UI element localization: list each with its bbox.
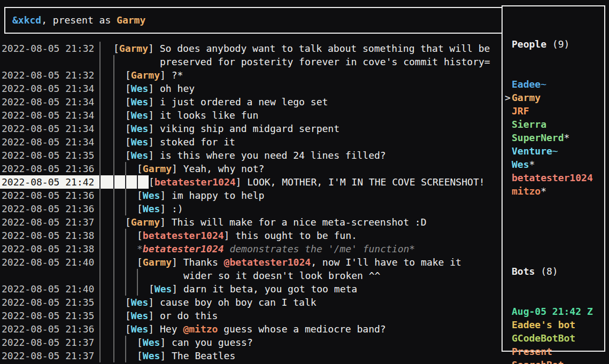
msg-text: [ [137, 163, 143, 174]
msg-text: ] :) [160, 203, 183, 214]
msg-text: [ [113, 43, 119, 54]
people-item[interactable]: mitzo* [503, 184, 604, 198]
timestamp: 2022-08-05 21:37 [0, 349, 99, 362]
timestamp: 2022-08-05 21:36 [0, 189, 99, 202]
thread-indent-line [113, 269, 125, 282]
nick: Wes [143, 350, 160, 361]
msg-text: ] Hey [148, 323, 183, 335]
msg-text: [ [125, 150, 131, 161]
people-item[interactable]: Sierra [503, 118, 604, 131]
msg-text: [ [137, 190, 143, 201]
thread-indent-line [113, 189, 125, 202]
nick: Garmy [143, 257, 172, 268]
bots-header-label: Bots [512, 265, 535, 278]
message: [Garmy] ?* [125, 68, 183, 82]
bot-item[interactable]: Aug-05 21:42 Z [503, 305, 604, 318]
timestamp: 2022-08-05 21:34 [0, 122, 99, 135]
member-suffix: * [529, 158, 535, 171]
message: [Wes] darn it beta, you got too meta [149, 282, 357, 296]
column-divider-line [99, 336, 113, 349]
prefix-space [505, 78, 512, 91]
timestamp: 2022-08-05 21:36 [0, 162, 99, 175]
bot-item[interactable]: Present [503, 345, 604, 358]
msg-text: , now I'll have to make it [311, 257, 461, 268]
thread-indent-line [125, 336, 137, 349]
member-suffix: ~ [541, 78, 546, 91]
people-count: (9) [546, 37, 569, 51]
msg-text: ] Yeah, why not? [172, 163, 264, 174]
message: [betatester1024] LOOK, MOTHER, I'M IN TH… [149, 175, 485, 189]
member-name: Eadee's bot [512, 318, 575, 331]
people-item[interactable]: >Garmy [503, 91, 604, 104]
people-header-label: People [512, 37, 546, 51]
msg-text: ] stoked for it [148, 136, 235, 148]
msg-text: wider so it doesn't look broken ^^ [183, 270, 380, 281]
nick: Wes [131, 110, 149, 121]
message: [Wes] stoked for it [125, 135, 235, 149]
thread-indent-line [113, 55, 125, 68]
msg-text: ] it looks like fun [148, 110, 258, 121]
msg-text: [ [137, 257, 143, 268]
message: [Wes] viking ship and midgard serpent [125, 122, 340, 135]
bots-count: (8) [535, 265, 558, 278]
column-divider-line [99, 149, 113, 162]
timestamp: 2022-08-05 21:34 [0, 109, 99, 122]
bot-item[interactable]: GCodeBotBot [503, 331, 604, 345]
nick: Wes [155, 283, 172, 295]
msg-text: ] darn it beta, you got too meta [172, 283, 357, 295]
member-name: Wes [512, 158, 529, 171]
thread-indent-line [113, 149, 125, 162]
title-separator-text: , present as [41, 14, 117, 26]
thread-indent-line [113, 349, 125, 362]
thread-indent-line [125, 202, 137, 215]
bot-item[interactable]: SearchBot [503, 358, 604, 364]
column-divider-line [99, 82, 113, 95]
nick: Wes [131, 310, 149, 321]
msg-text: [ [137, 230, 143, 241]
nick: Garmy [119, 43, 148, 54]
people-list: Eadee~>GarmyJRFSierraSuperNerd*Venture~W… [503, 78, 604, 198]
column-divider-line [99, 189, 113, 202]
thread-indent-line [113, 296, 125, 309]
msg-text: ] can you guess? [160, 337, 252, 348]
msg-text: ] cause boy oh boy can I talk [148, 297, 316, 308]
thread-indent-line [113, 122, 125, 135]
member-suffix: ~ [552, 144, 558, 158]
thread-indent-line [137, 175, 149, 189]
timestamp: 2022-08-05 21:35 [0, 309, 99, 322]
thread-indent-line [125, 162, 137, 175]
member-name: Aug-05 21:42 Z [512, 305, 593, 318]
thread-indent-line [113, 242, 125, 255]
msg-text: ] is this where you need 24 lines filled… [148, 150, 386, 161]
chat-app-window: &xkcd, present as Garmy 2022-08-05 21:32… [0, 0, 609, 364]
member-name: betatester1024 [512, 171, 593, 184]
message: [Wes] cause boy oh boy can I talk [125, 296, 317, 309]
nick: Wes [131, 150, 149, 161]
thread-indent-line [137, 282, 149, 296]
bot-item[interactable]: Eadee's bot [503, 318, 604, 331]
thread-indent-line [113, 309, 125, 322]
people-item[interactable]: Venture~ [503, 144, 604, 158]
msg-text: [ [137, 203, 143, 214]
people-item[interactable]: JRF [503, 104, 604, 118]
member-sidebar: People (9) Eadee~>GarmyJRFSierraSuperNer… [502, 5, 605, 352]
people-item[interactable]: Eadee~ [503, 78, 604, 91]
timestamp: 2022-08-05 21:38 [0, 242, 99, 255]
thread-indent-line [113, 109, 125, 122]
nick: Wes [131, 123, 149, 134]
thread-indent-line [125, 349, 137, 362]
people-item[interactable]: betatester1024 [503, 171, 604, 184]
people-item[interactable]: Wes* [503, 158, 604, 171]
message: *betatester1024 demonstrates the '/me' f… [137, 242, 415, 255]
people-item[interactable]: SuperNerd* [503, 131, 604, 144]
header-indent [505, 37, 512, 51]
channel-title-box: &xkcd, present as Garmy [4, 7, 503, 34]
prefix-space [505, 104, 512, 118]
thread-indent-line [113, 82, 125, 95]
sidebar-spacer [503, 224, 604, 238]
nick: Wes [143, 203, 160, 214]
column-divider-line [99, 202, 113, 215]
member-suffix: * [564, 131, 570, 144]
selected-marker: > [505, 91, 512, 104]
thread-indent-line [125, 269, 137, 282]
